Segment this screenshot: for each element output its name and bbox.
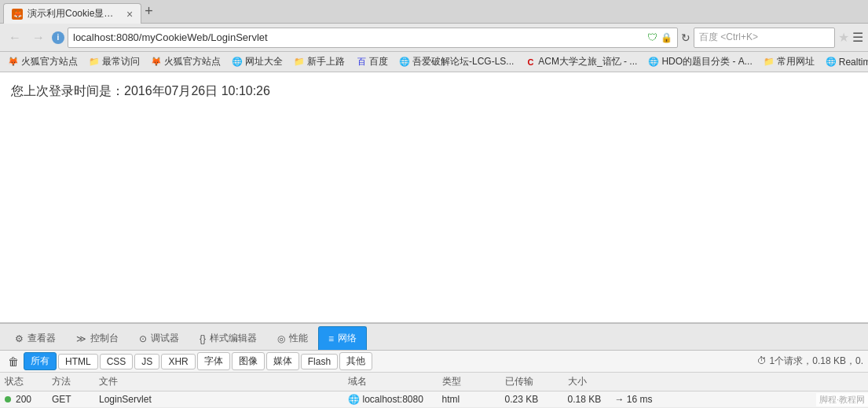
devtools-tab-console[interactable]: ≫ 控制台 (66, 326, 129, 350)
performance-icon: ◎ (277, 333, 285, 344)
clear-button[interactable]: 🗑 (5, 354, 22, 369)
new-tab-button[interactable]: + (145, 3, 153, 20)
filter-xhr[interactable]: XHR (161, 354, 195, 369)
bookmark-label: ACM大学之旅_谙忆 - ... (538, 55, 637, 68)
network-icon: ≡ (328, 333, 334, 344)
page-content: 您上次登录时间是：2016年07月26日 10:10:26 (0, 72, 868, 322)
search-placeholder: 百度 <Ctrl+K> (699, 31, 830, 44)
col-method-header: 方法 (52, 375, 99, 388)
devtools-tab-performance[interactable]: ◎ 性能 (267, 326, 318, 350)
search-bar[interactable]: 百度 <Ctrl+K> (694, 28, 835, 48)
address-icon: 🔒 (661, 32, 672, 43)
globe-icon3: 🌐 (826, 57, 837, 68)
c-icon: C (525, 57, 536, 68)
tab-favicon: 🦊 (12, 9, 23, 20)
col-status-header: 状态 (5, 375, 52, 388)
row-domain: 🌐localhost:8080 (348, 394, 442, 405)
watermark: 脚程·教程网 (816, 393, 868, 406)
shield-icon: 🛡 (647, 31, 657, 43)
bookmark-item-baidu[interactable]: 百 百度 (351, 54, 393, 69)
devtools-tab-debugger[interactable]: ⊙ 调试器 (129, 326, 189, 350)
info-icon: i (52, 31, 64, 44)
row-file: LoginServlet (99, 394, 348, 405)
console-icon: ≫ (76, 333, 86, 344)
filter-all[interactable]: 所有 (24, 352, 57, 370)
browser-menu-button[interactable]: ☰ (852, 30, 863, 45)
back-button[interactable]: ← (5, 29, 25, 46)
folder-icon: 📁 (89, 57, 100, 68)
reload-button[interactable]: ↻ (681, 31, 690, 44)
filter-html[interactable]: HTML (58, 354, 98, 369)
browser-window: 🦊 演示利用Cookie显示用户... × + ← → i localhost:… (0, 0, 868, 408)
bookmark-item-hdoj[interactable]: 🌐 HDO的题目分类 - A... (643, 54, 756, 69)
filter-css[interactable]: CSS (100, 354, 134, 369)
forward-button[interactable]: → (28, 29, 49, 46)
baidu-icon: 百 (356, 57, 367, 68)
col-transferred-header: 已传输 (505, 375, 568, 388)
folder-icon2: 📁 (294, 57, 305, 68)
row-status: 200 (5, 394, 52, 405)
tab-bar: 🦊 演示利用Cookie显示用户... × + (0, 0, 868, 24)
bookmark-label: 吾爱破解论坛-LCG-LS... (412, 55, 514, 68)
row-method: GET (52, 394, 99, 405)
col-type-header: 类型 (442, 375, 505, 388)
row-size: 0.18 KB (568, 394, 615, 405)
url-text: localhost:8080/myCookieWeb/LoginServlet (73, 31, 644, 43)
row-transferred: 0.23 KB (505, 394, 568, 405)
last-login-text: 您上次登录时间是：2016年07月26日 10:10:26 (11, 83, 857, 100)
style-editor-icon: {} (200, 333, 206, 344)
debugger-icon: ⊙ (139, 333, 147, 344)
network-table-header: 状态 方法 文件 域名 类型 已传输 大小 (0, 373, 868, 391)
devtools-tab-label: 样式编辑器 (210, 332, 257, 345)
col-time-header (615, 375, 864, 388)
bookmark-label: 新手上路 (307, 55, 345, 68)
bookmarks-bar: 🦊 火狐官方站点 📁 最常访问 🦊 火狐官方站点 🌐 网址大全 📁 新手上路 百… (0, 52, 868, 72)
bookmark-item-newbie[interactable]: 📁 新手上路 (289, 54, 350, 69)
devtools-tab-inspector[interactable]: ⚙ 查看器 (5, 326, 66, 350)
browser-tab[interactable]: 🦊 演示利用Cookie显示用户... × (3, 3, 141, 24)
nav-bar: ← → i localhost:8080/myCookieWeb/LoginSe… (0, 24, 868, 52)
network-filter-bar: 🗑 所有 HTML CSS JS XHR 字体 图像 媒体 Flash 其他 ⏱… (0, 351, 868, 373)
bookmark-item-realtime[interactable]: 🌐 Realtime St (821, 56, 868, 68)
filter-font[interactable]: 字体 (197, 352, 230, 370)
filter-flash[interactable]: Flash (301, 354, 338, 369)
bookmark-star-button[interactable]: ★ (838, 30, 849, 45)
folder-icon3: 📁 (764, 57, 775, 68)
globe-icon2: 🌐 (648, 57, 659, 68)
bookmark-item-common[interactable]: 📁 常用网址 (759, 54, 819, 69)
table-row[interactable]: 200 GET LoginServlet 🌐localhost:8080 htm… (0, 391, 868, 408)
firefox-icon: 🦊 (8, 57, 19, 68)
tab-title: 演示利用Cookie显示用户... (27, 7, 122, 20)
devtools-tab-label: 控制台 (90, 332, 119, 345)
site-icon3: 🌐 (399, 57, 410, 68)
bookmark-label: HDO的题目分类 - A... (661, 55, 752, 68)
bookmark-item-recent[interactable]: 📁 最常访问 (84, 54, 145, 69)
firefox-icon2: 🦊 (151, 57, 162, 68)
bookmark-label: Realtime St (839, 57, 868, 68)
devtools-tab-network[interactable]: ≡ 网络 (318, 326, 367, 350)
devtools-tab-label: 调试器 (151, 332, 179, 345)
bookmark-item-webdaquan[interactable]: 🌐 网址大全 (227, 54, 288, 69)
globe-small-icon: 🌐 (348, 394, 360, 405)
devtools-tab-label: 网络 (338, 332, 357, 345)
network-summary: ⏱ 1个请求，0.18 KB，0. (757, 355, 863, 368)
tab-close-button[interactable]: × (126, 8, 133, 20)
bookmark-item-foxofficial[interactable]: 🦊 火狐官方站点 (3, 54, 82, 69)
inspector-icon: ⚙ (15, 333, 24, 344)
filter-media[interactable]: 媒体 (266, 352, 299, 370)
col-domain-header: 域名 (348, 375, 442, 388)
filter-js[interactable]: JS (134, 354, 159, 369)
bookmark-item-fox2[interactable]: 🦊 火狐官方站点 (146, 54, 225, 69)
filter-image[interactable]: 图像 (232, 352, 265, 370)
address-bar[interactable]: localhost:8080/myCookieWeb/LoginServlet … (68, 28, 678, 48)
col-file-header: 文件 (99, 375, 348, 388)
bookmark-item-acm[interactable]: C ACM大学之旅_谙忆 - ... (520, 54, 642, 69)
bookmark-label: 火狐官方站点 (164, 55, 221, 68)
globe-icon: 🌐 (232, 57, 243, 68)
bookmark-label: 常用网址 (777, 55, 815, 68)
devtools-tab-label: 性能 (289, 332, 308, 345)
status-dot (5, 396, 11, 402)
bookmark-item-52pojie[interactable]: 🌐 吾爱破解论坛-LCG-LS... (394, 54, 518, 69)
devtools-tab-style-editor[interactable]: {} 样式编辑器 (189, 326, 267, 350)
filter-other[interactable]: 其他 (339, 352, 372, 370)
